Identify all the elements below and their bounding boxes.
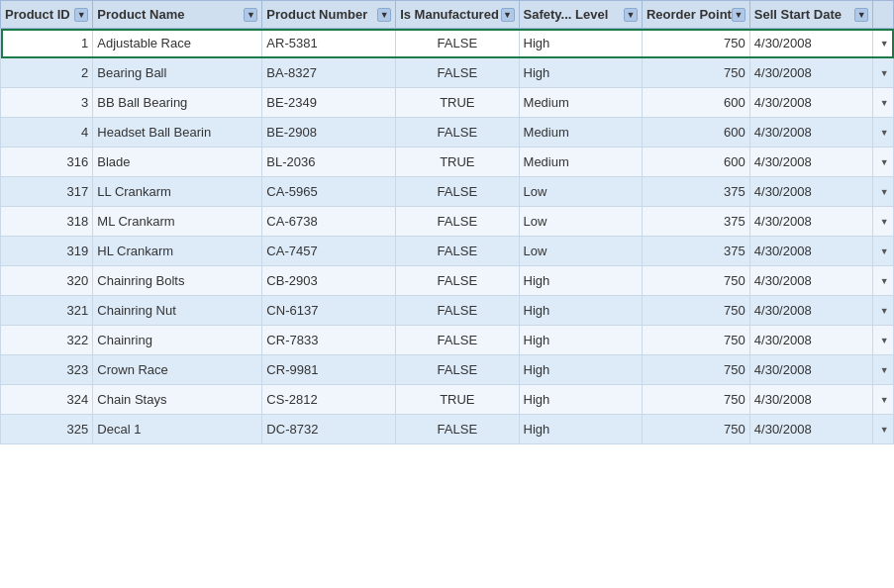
table-row[interactable]: 318ML CrankarmCA-6738FALSELow3754/30/200… bbox=[1, 207, 894, 237]
table-row[interactable]: 319HL CrankarmCA-7457FALSELow3754/30/200… bbox=[1, 237, 894, 266]
cell-mfg: FALSE bbox=[396, 415, 519, 444]
cell-mfg: FALSE bbox=[396, 118, 519, 147]
cell-selldate: 4/30/2008 bbox=[749, 237, 872, 266]
cell-expand[interactable]: ▼ bbox=[873, 237, 894, 266]
cell-expand[interactable]: ▼ bbox=[873, 326, 894, 355]
cell-selldate: 4/30/2008 bbox=[749, 415, 872, 444]
cell-mfg: FALSE bbox=[396, 237, 519, 266]
cell-name: Headset Ball Bearin bbox=[93, 118, 262, 147]
expand-icon[interactable]: ▼ bbox=[877, 67, 891, 81]
sort-icon-name[interactable]: ▼ bbox=[244, 8, 257, 22]
cell-expand[interactable]: ▼ bbox=[873, 296, 894, 326]
expand-icon[interactable]: ▼ bbox=[877, 156, 891, 170]
expand-icon[interactable]: ▼ bbox=[877, 335, 891, 348]
table-row[interactable]: 4Headset Ball BearinBE-2908FALSEMedium60… bbox=[1, 118, 894, 147]
cell-expand[interactable]: ▼ bbox=[873, 385, 894, 415]
sort-icon-mfg[interactable]: ▼ bbox=[501, 8, 515, 22]
sort-icon-safety[interactable]: ▼ bbox=[624, 8, 638, 22]
expand-icon[interactable]: ▼ bbox=[877, 38, 891, 51]
table-row[interactable]: 325Decal 1DC-8732FALSEHigh7504/30/2008▼ bbox=[1, 415, 894, 444]
cell-expand[interactable]: ▼ bbox=[873, 88, 894, 118]
table-row[interactable]: 321Chainring NutCN-6137FALSEHigh7504/30/… bbox=[1, 296, 894, 326]
header-row: Product ID ▼ Product Name ▼ Product Numb… bbox=[1, 1, 894, 29]
cell-name: Bearing Ball bbox=[93, 58, 262, 88]
cell-safety: High bbox=[519, 58, 642, 88]
cell-expand[interactable]: ▼ bbox=[873, 266, 894, 296]
table-row[interactable]: 3BB Ball BearingBE-2349TRUEMedium6004/30… bbox=[1, 88, 894, 118]
cell-expand[interactable]: ▼ bbox=[873, 118, 894, 147]
cell-name: ML Crankarm bbox=[93, 207, 262, 237]
cell-selldate: 4/30/2008 bbox=[749, 326, 872, 355]
cell-selldate: 4/30/2008 bbox=[749, 118, 872, 147]
cell-reorder: 750 bbox=[642, 326, 749, 355]
cell-safety: Medium bbox=[519, 88, 642, 118]
cell-name: BB Ball Bearing bbox=[93, 88, 262, 118]
cell-reorder: 375 bbox=[642, 207, 749, 237]
cell-number: CA-7457 bbox=[262, 237, 396, 266]
cell-expand[interactable]: ▼ bbox=[873, 177, 894, 207]
expand-icon[interactable]: ▼ bbox=[877, 97, 891, 111]
cell-name: Chainring Nut bbox=[93, 296, 262, 326]
cell-id: 324 bbox=[1, 385, 93, 415]
cell-number: CR-9981 bbox=[262, 355, 396, 385]
cell-id: 318 bbox=[1, 207, 93, 237]
cell-safety: High bbox=[519, 266, 642, 296]
col-header-safety[interactable]: Safety... Level ▼ bbox=[519, 1, 642, 29]
cell-safety: Medium bbox=[519, 118, 642, 147]
col-header-id[interactable]: Product ID ▼ bbox=[1, 1, 93, 29]
col-header-selldate[interactable]: Sell Start Date ▼ bbox=[749, 1, 872, 29]
cell-number: BE-2908 bbox=[262, 118, 396, 147]
expand-icon[interactable]: ▼ bbox=[877, 424, 891, 438]
table-row[interactable]: 1Adjustable RaceAR-5381FALSEHigh7504/30/… bbox=[1, 29, 894, 58]
expand-icon[interactable]: ▼ bbox=[877, 127, 891, 141]
col-header-mfg[interactable]: Is Manufactured ▼ bbox=[396, 1, 519, 29]
sort-icon-id[interactable]: ▼ bbox=[74, 8, 88, 22]
cell-mfg: TRUE bbox=[396, 88, 519, 118]
cell-id: 2 bbox=[1, 58, 93, 88]
cell-name: Adjustable Race bbox=[93, 29, 262, 58]
sort-icon-number[interactable]: ▼ bbox=[377, 8, 391, 22]
cell-number: AR-5381 bbox=[262, 29, 396, 58]
sort-icon-reorder[interactable]: ▼ bbox=[732, 8, 745, 22]
cell-id: 319 bbox=[1, 237, 93, 266]
table-row[interactable]: 320Chainring BoltsCB-2903FALSEHigh7504/3… bbox=[1, 266, 894, 296]
col-header-number[interactable]: Product Number ▼ bbox=[262, 1, 396, 29]
cell-safety: Low bbox=[519, 177, 642, 207]
cell-reorder: 750 bbox=[642, 296, 749, 326]
table-row[interactable]: 316BladeBL-2036TRUEMedium6004/30/2008▼ bbox=[1, 147, 894, 177]
cell-expand[interactable]: ▼ bbox=[873, 415, 894, 444]
cell-safety: High bbox=[519, 355, 642, 385]
table-row[interactable]: 323Crown RaceCR-9981FALSEHigh7504/30/200… bbox=[1, 355, 894, 385]
cell-expand[interactable]: ▼ bbox=[873, 207, 894, 237]
expand-icon[interactable]: ▼ bbox=[877, 275, 891, 289]
table-row[interactable]: 2Bearing BallBA-8327FALSEHigh7504/30/200… bbox=[1, 58, 894, 88]
col-label-id: Product ID bbox=[5, 7, 70, 22]
cell-mfg: TRUE bbox=[396, 147, 519, 177]
expand-icon[interactable]: ▼ bbox=[877, 216, 891, 230]
table-row[interactable]: 317LL CrankarmCA-5965FALSELow3754/30/200… bbox=[1, 177, 894, 207]
cell-reorder: 750 bbox=[642, 58, 749, 88]
expand-icon[interactable]: ▼ bbox=[877, 364, 891, 378]
cell-expand[interactable]: ▼ bbox=[873, 147, 894, 177]
cell-selldate: 4/30/2008 bbox=[749, 266, 872, 296]
cell-expand[interactable]: ▼ bbox=[873, 355, 894, 385]
cell-expand[interactable]: ▼ bbox=[873, 58, 894, 88]
sort-icon-selldate[interactable]: ▼ bbox=[854, 8, 868, 22]
expand-icon[interactable]: ▼ bbox=[877, 394, 891, 408]
cell-selldate: 4/30/2008 bbox=[749, 177, 872, 207]
col-header-reorder[interactable]: Reorder Point ▼ bbox=[642, 1, 749, 29]
cell-safety: High bbox=[519, 296, 642, 326]
expand-icon[interactable]: ▼ bbox=[877, 186, 891, 200]
cell-expand[interactable]: ▼ bbox=[873, 29, 894, 58]
table-row[interactable]: 322ChainringCR-7833FALSEHigh7504/30/2008… bbox=[1, 326, 894, 355]
cell-number: CN-6137 bbox=[262, 296, 396, 326]
data-table: Product ID ▼ Product Name ▼ Product Numb… bbox=[0, 0, 894, 444]
cell-selldate: 4/30/2008 bbox=[749, 58, 872, 88]
cell-number: CR-7833 bbox=[262, 326, 396, 355]
expand-icon[interactable]: ▼ bbox=[877, 245, 891, 259]
table-row[interactable]: 324Chain StaysCS-2812TRUEHigh7504/30/200… bbox=[1, 385, 894, 415]
col-header-expand bbox=[873, 1, 894, 29]
expand-icon[interactable]: ▼ bbox=[877, 305, 891, 319]
col-header-name[interactable]: Product Name ▼ bbox=[93, 1, 262, 29]
cell-id: 325 bbox=[1, 415, 93, 444]
